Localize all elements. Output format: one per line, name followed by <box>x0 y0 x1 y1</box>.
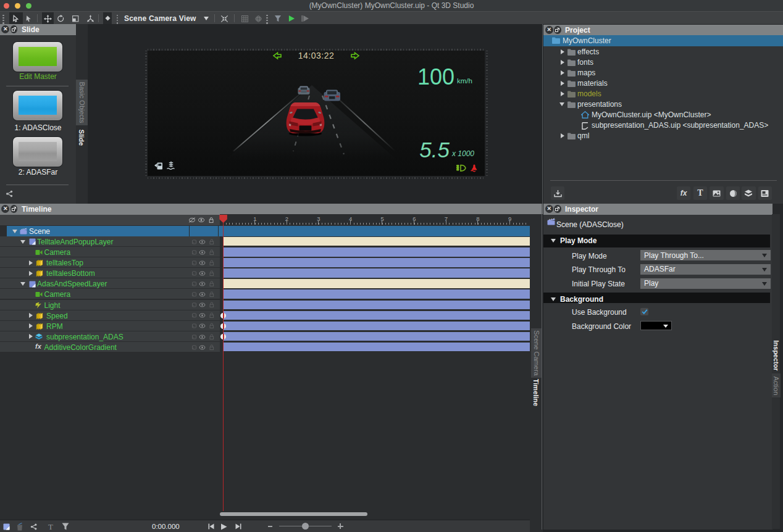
svg-text:14:03:22: 14:03:22 <box>298 51 335 60</box>
svg-text:5.5: 5.5 <box>419 138 450 162</box>
svg-text:100: 100 <box>417 64 454 89</box>
svg-text:x 1000: x 1000 <box>451 149 474 158</box>
svg-text:km/h: km/h <box>457 77 472 85</box>
